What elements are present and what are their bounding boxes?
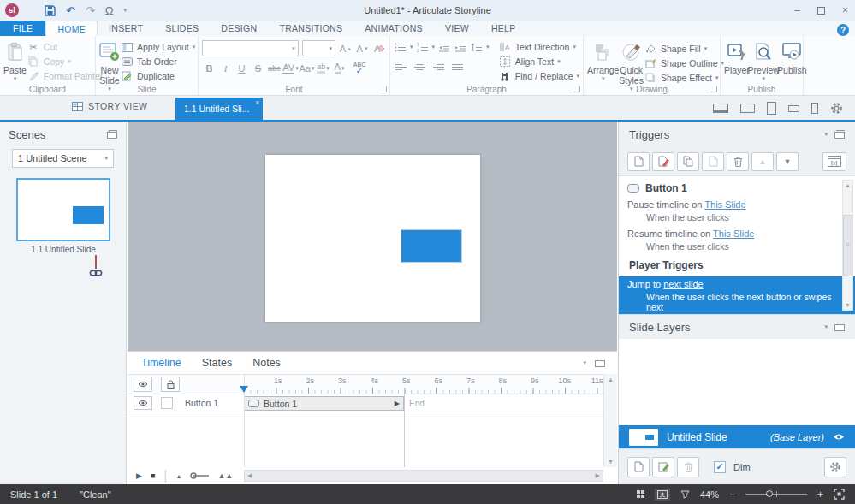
paste-button[interactable]: Paste ▾ <box>3 39 27 83</box>
align-left-icon[interactable] <box>394 59 407 73</box>
scenes-collapse-icon[interactable] <box>107 130 117 139</box>
subscript-button[interactable]: abc <box>267 61 282 75</box>
minimize-button[interactable]: – <box>794 4 800 16</box>
copy-button[interactable]: Copy▾ <box>27 55 103 68</box>
slide-stage[interactable] <box>265 155 480 322</box>
new-trigger-button[interactable] <box>627 152 650 171</box>
trigger-target-link[interactable]: This Slide <box>704 199 745 210</box>
trigger-target-link[interactable]: next slide <box>663 279 703 289</box>
font-color-button[interactable]: A▾ <box>332 61 347 75</box>
italic-button[interactable]: I <box>218 61 233 75</box>
timeline-object-bar[interactable]: Button 1 ▶ <box>244 396 404 411</box>
player-settings-gear-icon[interactable] <box>830 102 843 115</box>
paragraph-dialog-launcher-icon[interactable] <box>574 86 580 92</box>
edit-trigger-button[interactable] <box>652 152 674 171</box>
shrink-font-button[interactable]: A▼ <box>356 41 370 56</box>
preview-button[interactable]: Preview ▾ <box>750 39 778 82</box>
character-spacing-button[interactable]: AV▾ <box>283 61 298 75</box>
delete-trigger-button[interactable] <box>727 152 749 171</box>
tablet-portrait-icon[interactable] <box>767 102 776 115</box>
publish-button[interactable]: Publish <box>778 39 806 82</box>
feedback-view-icon[interactable] <box>680 490 690 499</box>
slide-layers-collapse-icon[interactable] <box>834 323 845 331</box>
layer-properties-gear-icon[interactable] <box>824 457 846 477</box>
align-center-icon[interactable] <box>413 59 426 73</box>
trigger-item[interactable]: Pause timeline on This Slide When the us… <box>627 199 838 223</box>
slide-view-icon[interactable] <box>655 489 670 501</box>
close-button[interactable]: × <box>842 4 848 16</box>
timeline-collapse-icon[interactable] <box>595 359 605 367</box>
help-icon[interactable]: ? <box>837 24 849 36</box>
font-dialog-launcher-icon[interactable] <box>381 86 387 92</box>
save-icon[interactable] <box>45 5 56 16</box>
timeline-menu-icon[interactable]: ▾ <box>583 359 586 366</box>
line-spacing-icon[interactable] <box>470 40 484 54</box>
show-all-eye-button[interactable] <box>134 377 152 392</box>
layer-eye-icon[interactable] <box>833 433 845 441</box>
player-button[interactable]: Player <box>724 39 750 82</box>
apply-layout-button[interactable]: Apply Layout▾ <box>120 40 195 54</box>
trigger-target-link[interactable]: This Slide <box>713 228 754 239</box>
timeline-horizontal-scrollbar[interactable]: ◀▶ <box>244 470 603 482</box>
numbered-list-icon[interactable]: 12 <box>416 40 430 54</box>
slide-layers-menu-icon[interactable]: ▾ <box>824 323 828 330</box>
fit-to-window-icon[interactable] <box>834 489 845 500</box>
change-case-button[interactable]: Aa▾ <box>300 61 314 75</box>
paste-dropdown-icon[interactable]: ▾ <box>14 75 17 82</box>
drawing-dialog-launcher-icon[interactable] <box>711 86 717 92</box>
triggers-collapse-icon[interactable] <box>834 130 845 139</box>
bold-button[interactable]: B <box>202 61 217 75</box>
paste-trigger-button[interactable] <box>702 152 724 171</box>
tab-story-view[interactable]: STORY VIEW <box>72 101 147 111</box>
tab-notes[interactable]: Notes <box>252 357 281 369</box>
font-size-combo[interactable]: ▾ <box>302 40 335 56</box>
dim-checkbox[interactable]: ✓ <box>714 461 726 473</box>
zoom-out-timeline-icon[interactable]: ▲ <box>176 473 182 479</box>
font-family-combo[interactable]: ▾ <box>202 40 299 56</box>
move-trigger-down-button[interactable]: ▼ <box>776 152 799 171</box>
tab-timeline[interactable]: Timeline <box>141 357 181 369</box>
scene-selector[interactable]: 1 Untitled Scene ▾ <box>12 149 114 168</box>
manage-variables-button[interactable]: [x] <box>822 152 846 171</box>
tab-animations[interactable]: ANIMATIONS <box>353 21 434 36</box>
highlight-color-button[interactable]: ab▾ <box>316 61 330 75</box>
timeline-vertical-scrollbar[interactable]: ▲▼ <box>603 374 617 467</box>
decrease-indent-icon[interactable] <box>437 40 451 54</box>
strikethrough-button[interactable]: S <box>251 61 265 75</box>
justify-icon[interactable] <box>450 59 464 73</box>
track-lock-checkbox[interactable] <box>161 397 173 409</box>
increase-indent-icon[interactable] <box>454 40 467 54</box>
lock-all-button[interactable] <box>161 377 180 392</box>
button-shape[interactable] <box>401 229 462 263</box>
trigger-item-selected[interactable]: Jump to next slide When the user clicks … <box>619 276 855 315</box>
align-text-button[interactable]: Align Text▾ <box>498 55 579 68</box>
playhead-marker[interactable] <box>240 386 248 393</box>
preview-dropdown-icon[interactable]: ▾ <box>763 75 766 82</box>
zoom-slider[interactable] <box>745 494 807 495</box>
align-right-icon[interactable] <box>431 59 445 73</box>
edit-layer-button[interactable] <box>652 457 674 477</box>
stop-button[interactable]: ■ <box>151 471 155 480</box>
tab-home[interactable]: HOME <box>45 21 98 36</box>
move-trigger-up-button[interactable]: ▲ <box>751 152 774 171</box>
trigger-item[interactable]: Resume timeline on This Slide When the u… <box>627 228 838 252</box>
zoom-in-icon[interactable]: + <box>817 489 823 501</box>
bar-extend-arrow-icon[interactable]: ▶ <box>395 400 400 407</box>
shape-outline-button[interactable]: Shape Outline▾ <box>644 56 724 70</box>
qat-customize-icon[interactable]: ▾ <box>124 7 128 14</box>
format-painter-button[interactable]: Format Painter <box>27 69 103 83</box>
maximize-button[interactable] <box>817 7 825 15</box>
clear-formatting-icon[interactable]: A <box>372 41 386 56</box>
tab-order-button[interactable]: Tab Order <box>120 55 195 68</box>
duplicate-button[interactable]: Duplicate <box>120 69 195 83</box>
tab-help[interactable]: HELP <box>480 21 527 36</box>
find-replace-button[interactable]: Find / Replace▾ <box>498 69 579 83</box>
bullet-list-icon[interactable] <box>394 40 407 54</box>
tab-slide[interactable]: 1.1 Untitled Sli... × <box>175 98 263 120</box>
copy-trigger-button[interactable] <box>677 152 699 171</box>
laptop-icon[interactable] <box>713 104 728 113</box>
underline-button[interactable]: U <box>235 61 249 75</box>
triggers-menu-icon[interactable]: ▾ <box>824 131 828 138</box>
slide-thumbnail[interactable] <box>16 178 110 241</box>
tab-states[interactable]: States <box>202 357 232 369</box>
